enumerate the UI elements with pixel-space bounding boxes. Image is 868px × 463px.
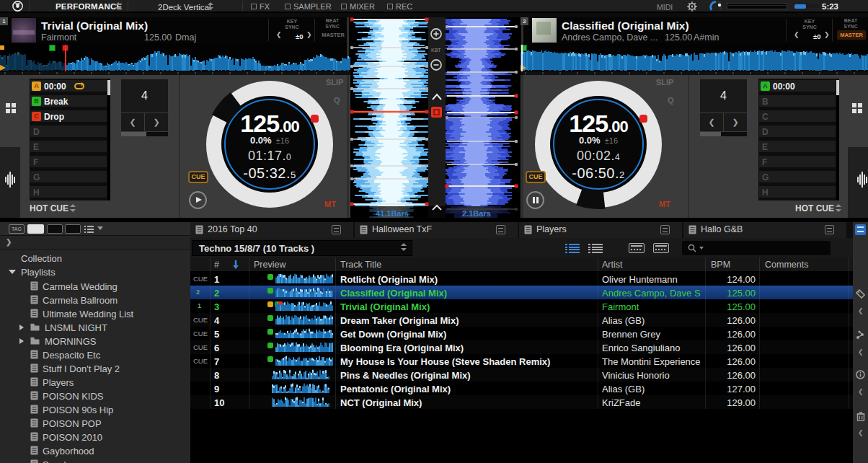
svg-text:KBT: KBT — [431, 48, 441, 53]
